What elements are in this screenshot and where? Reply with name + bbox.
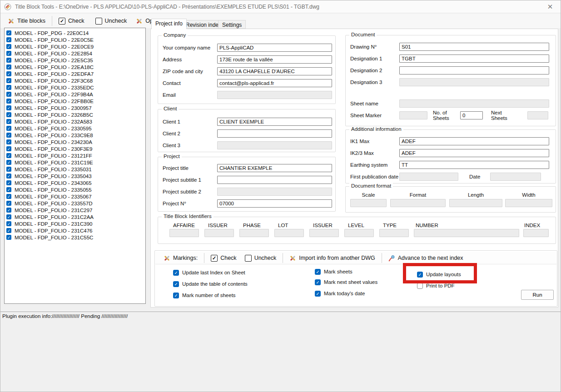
list-item[interactable]: MODEL - FDP_FOLIO - 2343065: [5, 179, 145, 186]
checkbox-checked-icon[interactable]: [6, 51, 11, 56]
checkbox-checked-icon[interactable]: [6, 235, 11, 240]
checkbox-checked-icon[interactable]: [6, 146, 11, 151]
checkbox-checked-icon[interactable]: [6, 78, 11, 83]
checkbox-checked-icon[interactable]: [315, 269, 321, 275]
checkbox-checked-icon[interactable]: [6, 180, 11, 185]
checkbox-checked-icon[interactable]: [6, 65, 11, 69]
checkbox-checked-icon[interactable]: [6, 58, 11, 63]
checkbox-checked-icon[interactable]: [173, 270, 179, 276]
list-item[interactable]: MODEL - FDP_FOLIO - 22F9B4A: [5, 91, 145, 98]
list-item[interactable]: MODEL - FDP_FOLIO - 233C9E8: [5, 132, 145, 139]
list-item[interactable]: MODEL - FDP_FOLIO - 2335EDC: [5, 84, 145, 91]
list-item[interactable]: MODEL - FDP_FOLIO - 2335055: [5, 186, 145, 193]
ik1-max-input[interactable]: [399, 137, 549, 145]
checkbox-checked-icon[interactable]: ✓: [59, 18, 65, 25]
checkbox-checked-icon[interactable]: [6, 44, 11, 49]
client2-input[interactable]: [217, 129, 332, 138]
list-item[interactable]: MODEL - FDP_FOLIO - 231C390: [5, 220, 145, 227]
list-item[interactable]: MODEL - FDP_FOLIO - 22E5C35: [5, 57, 145, 64]
no-of-sheets-input[interactable]: [460, 111, 483, 119]
ik23-max-input[interactable]: [399, 149, 549, 157]
list-item[interactable]: MODEL - FDP_FOLIO - 22E0C5E: [5, 36, 145, 43]
checkbox-checked-icon[interactable]: [6, 194, 11, 199]
client1-input[interactable]: [217, 118, 332, 126]
checkbox-checked-icon[interactable]: [6, 105, 11, 110]
list-item[interactable]: MODEL - FDP_FOLIO - 2326B5C: [5, 111, 145, 118]
uncheck-all-button[interactable]: Uncheck: [93, 16, 130, 26]
contact-input[interactable]: [217, 79, 332, 87]
checkbox-unchecked-icon[interactable]: [417, 283, 423, 289]
list-item[interactable]: MODEL - FDP_FOLIO - 234230A: [5, 139, 145, 145]
markings-uncheck-button[interactable]: Uncheck: [242, 253, 279, 263]
project-subtitle1-input[interactable]: [217, 176, 332, 184]
list-item[interactable]: MODEL - FDP_FOLIO - 22EDFA7: [5, 70, 145, 77]
list-item[interactable]: MODEL - FDP_FOLIO - 22E0CE9: [5, 43, 145, 50]
list-item[interactable]: MODEL - FDP_PDG - 22E0C14: [5, 30, 145, 36]
mark-next-sheet-checkbox[interactable]: Mark next sheet values: [315, 279, 377, 285]
run-button[interactable]: Run: [521, 290, 554, 300]
drawing-number-input[interactable]: [399, 43, 549, 51]
list-item[interactable]: MODEL - FDP_FOLIO - 2335031: [5, 166, 145, 173]
update-last-index-checkbox[interactable]: Update last Index on Sheet: [173, 269, 245, 276]
print-pdf-checkbox[interactable]: Print to PDF: [417, 283, 455, 289]
list-item[interactable]: MODEL - FDP_FOLIO - 231C19E: [5, 159, 145, 166]
checkbox-checked-icon[interactable]: [6, 228, 11, 233]
checkbox-checked-icon[interactable]: [6, 99, 11, 104]
list-item[interactable]: MODEL - FDP_FOLIO - 22F3C68: [5, 77, 145, 84]
checkbox-checked-icon[interactable]: [173, 281, 179, 287]
markings-check-button[interactable]: ✓ Check: [208, 253, 239, 263]
list-item[interactable]: MODEL - FDP_FOLIO - 233557D: [5, 200, 145, 207]
checkbox-checked-icon[interactable]: [6, 208, 11, 213]
list-item[interactable]: MODEL - FDP_FOLIO - 231C476: [5, 227, 145, 234]
close-icon[interactable]: ✕: [545, 2, 555, 11]
checkbox-checked-icon[interactable]: [6, 201, 11, 206]
list-item[interactable]: MODEL - FDP_FOLIO - 230F3E9: [5, 145, 145, 152]
checkbox-unchecked-icon[interactable]: [95, 18, 102, 25]
project-number-input[interactable]: [217, 199, 332, 208]
checkbox-checked-icon[interactable]: ✓: [211, 255, 218, 262]
checkbox-checked-icon[interactable]: [6, 30, 11, 35]
checkbox-checked-icon[interactable]: [6, 160, 11, 165]
checkbox-checked-icon[interactable]: [6, 133, 11, 138]
list-item[interactable]: MODEL - FDP_FOLIO - 22FBB0E: [5, 98, 145, 104]
list-item[interactable]: MODEL - FDP_FOLIO - 231C297: [5, 207, 145, 213]
checkbox-checked-icon[interactable]: [6, 221, 11, 226]
advance-index-button[interactable]: Advance to the next index: [386, 253, 466, 263]
checkbox-unchecked-icon[interactable]: [245, 255, 252, 262]
list-item[interactable]: MODEL - FDP_FOLIO - 2335043: [5, 173, 145, 179]
list-item[interactable]: MODEL - FDP_FOLIO - 2330595: [5, 125, 145, 132]
list-item[interactable]: MODEL - FDP_FOLIO - 231C55C: [5, 234, 145, 241]
designation2-input[interactable]: [399, 66, 549, 74]
checkbox-checked-icon[interactable]: [6, 112, 11, 117]
checkbox-checked-icon[interactable]: [6, 71, 11, 76]
list-item[interactable]: MODEL - FDP_FOLIO - 231C2AA: [5, 213, 145, 220]
list-item[interactable]: MODEL - FDP_FOLIO - 2335067: [5, 193, 145, 200]
checkbox-checked-icon[interactable]: [6, 167, 11, 172]
list-item[interactable]: MODEL - FDP_FOLIO - 232A583: [5, 118, 145, 125]
checkbox-checked-icon[interactable]: [6, 119, 11, 124]
check-all-button[interactable]: ✓ Check: [56, 16, 87, 26]
mark-number-sheets-checkbox[interactable]: Mark number of sheets: [173, 292, 236, 298]
checkbox-checked-icon[interactable]: [6, 92, 11, 97]
address-input[interactable]: [217, 55, 332, 64]
markings-button[interactable]: Markings:: [161, 253, 200, 263]
tab-settings[interactable]: Settings: [218, 20, 246, 29]
checkbox-checked-icon[interactable]: [6, 126, 11, 131]
checkbox-checked-icon[interactable]: [6, 37, 11, 42]
tab-project-info[interactable]: Project info: [151, 19, 187, 29]
checkbox-checked-icon[interactable]: [6, 139, 11, 144]
list-item[interactable]: MODEL - FDP_FOLIO - 22EA18C: [5, 64, 145, 70]
designation1-input[interactable]: [399, 55, 549, 63]
import-dwg-button[interactable]: Import info from another DWG: [287, 253, 377, 263]
list-item[interactable]: MODEL - FDP_FOLIO - 23121FF: [5, 152, 145, 159]
checkbox-checked-icon[interactable]: [6, 187, 11, 192]
zip-city-input[interactable]: [217, 67, 332, 75]
model-listbox[interactable]: MODEL - FDP_PDG - 22E0C14 MODEL - FDP_FO…: [4, 28, 146, 304]
earthing-system-input[interactable]: [399, 161, 549, 169]
project-title-input[interactable]: [217, 164, 332, 172]
checkbox-checked-icon[interactable]: [6, 174, 11, 179]
title-blocks-button[interactable]: Title blocks: [5, 16, 48, 26]
mark-sheets-checkbox[interactable]: Mark sheets: [315, 268, 352, 275]
checkbox-checked-icon[interactable]: [315, 291, 321, 297]
list-item[interactable]: MODEL - FDP_FOLIO - 2300957: [5, 104, 145, 111]
